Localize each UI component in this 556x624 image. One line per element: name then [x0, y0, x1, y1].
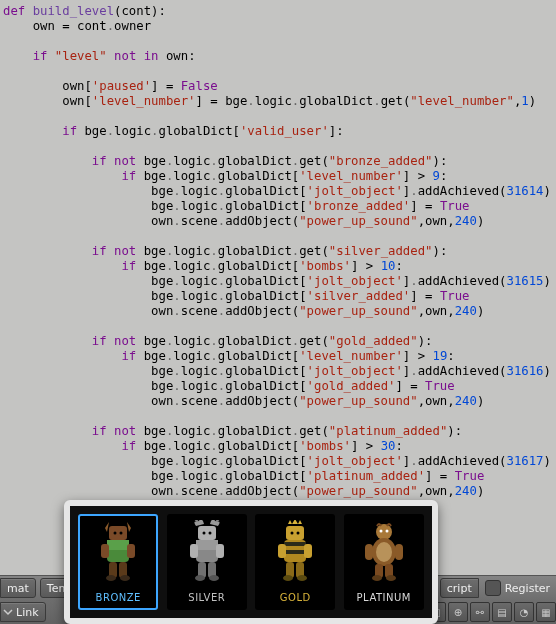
svg-point-44 — [386, 575, 396, 581]
script-field[interactable]: cript — [440, 578, 479, 598]
format-menu[interactable]: mat — [0, 578, 36, 598]
svg-rect-11 — [198, 526, 216, 540]
trophy-silver-label: SILVER — [188, 590, 225, 605]
svg-point-12 — [202, 532, 205, 535]
trophy-gold-label: GOLD — [280, 590, 311, 605]
svg-rect-17 — [216, 544, 224, 558]
svg-point-34 — [376, 524, 392, 540]
register-checkbox[interactable] — [485, 580, 501, 596]
svg-rect-22 — [286, 526, 304, 540]
mesh-icon[interactable]: ▤ — [492, 602, 512, 622]
trophy-gold-image — [258, 516, 332, 590]
svg-point-1 — [114, 532, 117, 535]
trophy-bronze-image — [81, 516, 155, 590]
image-icon[interactable]: ▦ — [536, 602, 556, 622]
svg-point-2 — [120, 532, 123, 535]
trophy-bronze[interactable]: BRONZE — [78, 514, 158, 610]
mask-icon[interactable]: ◔ — [514, 602, 534, 622]
svg-rect-39 — [365, 544, 373, 560]
svg-point-20 — [195, 575, 205, 581]
svg-point-23 — [291, 532, 294, 535]
svg-rect-6 — [127, 544, 135, 558]
svg-point-33 — [297, 575, 307, 581]
trophy-gold[interactable]: GOLD — [255, 514, 335, 610]
svg-point-38 — [376, 542, 392, 562]
link-label: Link — [16, 606, 39, 619]
svg-point-13 — [208, 532, 211, 535]
svg-rect-15 — [196, 540, 218, 550]
svg-rect-16 — [190, 544, 198, 558]
trophy-bronze-label: BRONZE — [96, 590, 141, 605]
svg-rect-5 — [101, 544, 109, 558]
svg-point-9 — [106, 575, 116, 581]
globe-icon[interactable]: ⊕ — [448, 602, 468, 622]
svg-point-21 — [209, 575, 219, 581]
trophy-silver[interactable]: SILVER — [167, 514, 247, 610]
svg-rect-28 — [278, 544, 286, 558]
format-label: mat — [7, 582, 29, 595]
svg-rect-29 — [304, 544, 312, 558]
svg-point-43 — [372, 575, 382, 581]
register-label: Register — [505, 582, 550, 595]
trophy-popup: BRONZE SILVER — [64, 500, 438, 624]
script-label: cript — [447, 582, 472, 595]
svg-rect-4 — [107, 540, 129, 550]
svg-point-36 — [385, 530, 388, 533]
svg-point-10 — [120, 575, 130, 581]
trophy-silver-image — [170, 516, 244, 590]
svg-point-35 — [379, 530, 382, 533]
svg-point-32 — [283, 575, 293, 581]
svg-point-24 — [297, 532, 300, 535]
link-dropdown[interactable]: Link — [0, 602, 46, 622]
chain-icon[interactable]: ⚯ — [470, 602, 490, 622]
trophy-platinum-label: PLATINUM — [357, 590, 411, 605]
trophy-platinum-image — [347, 516, 421, 590]
code-editor[interactable]: def build_level(cont): own = cont.owner … — [0, 0, 556, 568]
chevron-icon — [3, 607, 13, 617]
svg-rect-40 — [395, 544, 403, 560]
trophy-platinum[interactable]: PLATINUM — [344, 514, 424, 610]
svg-rect-27 — [284, 550, 306, 554]
svg-rect-0 — [109, 526, 127, 540]
svg-rect-26 — [284, 542, 306, 546]
